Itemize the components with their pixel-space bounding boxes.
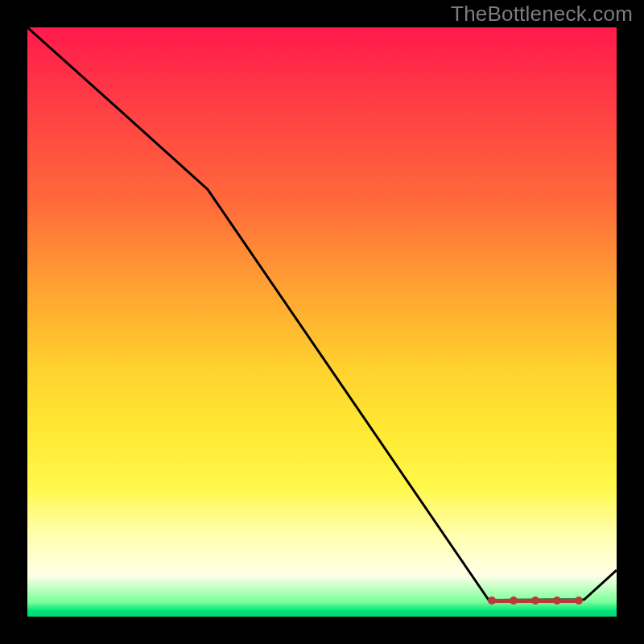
marker-dot bbox=[553, 597, 561, 605]
attribution-label: TheBottleneck.com bbox=[451, 2, 633, 27]
plot-area bbox=[27, 27, 617, 617]
curve-line bbox=[27, 27, 617, 617]
marker-dot bbox=[575, 597, 583, 605]
chart-root: TheBottleneck.com bbox=[0, 0, 644, 644]
optimal-range-marker bbox=[488, 597, 583, 605]
marker-dot bbox=[531, 597, 539, 605]
marker-dot bbox=[510, 597, 518, 605]
marker-dot bbox=[488, 597, 496, 605]
